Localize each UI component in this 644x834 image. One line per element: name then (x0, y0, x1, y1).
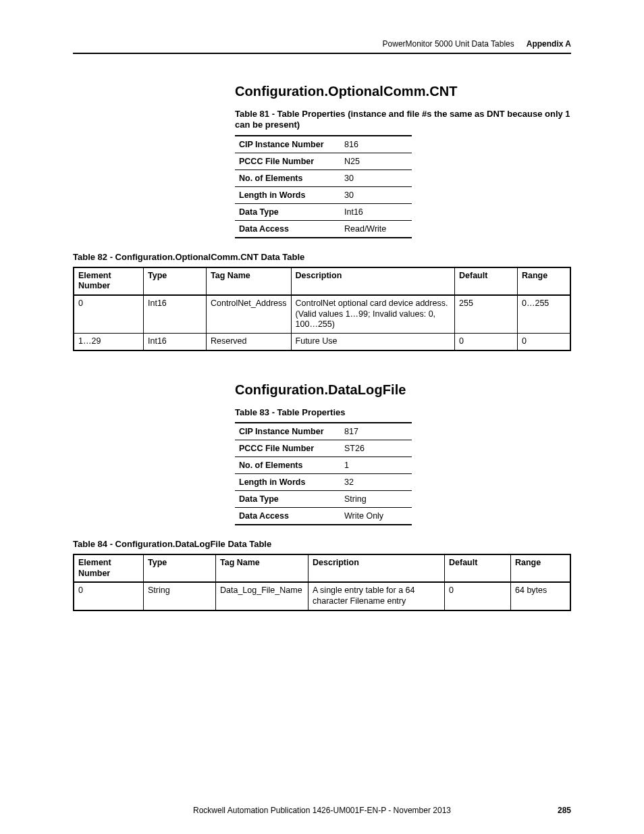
props-label: CIP Instance Number (235, 423, 340, 440)
cell-tag: Reserved (207, 333, 292, 350)
col-type: Type (144, 554, 216, 582)
table-81-caption: Table 81 - Table Properties (instance an… (235, 109, 571, 131)
props-row: Length in Words 32 (235, 473, 412, 490)
cell-type: Int16 (144, 295, 207, 333)
props-label: Data Access (235, 507, 340, 525)
props-row: PCCC File Number ST26 (235, 440, 412, 457)
table-82-caption: Table 82 - Configuration.OptionalComm.CN… (73, 252, 571, 263)
props-value: 32 (340, 473, 412, 490)
props-row: CIP Instance Number 816 (235, 136, 412, 153)
props-value: String (340, 490, 412, 507)
cell-range: 0…255 (518, 295, 571, 333)
props-label: No. of Elements (235, 457, 340, 473)
publication-line: Rockwell Automation Publication 1426-UM0… (0, 806, 644, 815)
cell-range: 64 bytes (511, 582, 571, 610)
running-head-title: PowerMonitor 5000 Unit Data Tables (383, 39, 514, 49)
section-datalogfile: Configuration.DataLogFile Table 83 - Tab… (235, 382, 571, 525)
table-row: 1…29 Int16 Reserved Future Use 0 0 (74, 333, 570, 350)
col-element-number: Element Number (74, 267, 144, 295)
props-label: PCCC File Number (235, 440, 340, 457)
props-value: 816 (340, 136, 412, 153)
col-tag-name: Tag Name (207, 267, 292, 295)
cell-tag: ControlNet_Address (207, 295, 292, 333)
props-value: Read/Write (340, 220, 412, 238)
props-value: Int16 (340, 203, 412, 220)
section-title: Configuration.DataLogFile (235, 382, 571, 398)
col-description: Description (308, 554, 445, 582)
props-value: 1 (340, 457, 412, 473)
col-range: Range (518, 267, 571, 295)
cell-def: 255 (455, 295, 518, 333)
table-82-data: Element Number Type Tag Name Description… (73, 267, 571, 351)
table-row: 0 Int16 ControlNet_Address ControlNet op… (74, 295, 570, 333)
cell-tag: Data_Log_File_Name (216, 582, 308, 610)
running-head: PowerMonitor 5000 Unit Data Tables Appen… (73, 39, 571, 54)
props-row: Data Type Int16 (235, 203, 412, 220)
props-value: ST26 (340, 440, 412, 457)
props-row: No. of Elements 30 (235, 170, 412, 186)
page: PowerMonitor 5000 Unit Data Tables Appen… (0, 0, 644, 834)
props-row: Data Access Read/Write (235, 220, 412, 238)
cell-type: String (144, 582, 216, 610)
col-default: Default (455, 267, 518, 295)
table-84-caption: Table 84 - Configuration.DataLogFile Dat… (73, 539, 571, 550)
cell-desc: A single entry table for a 64 character … (308, 582, 445, 610)
running-head-appendix: Appendix A (527, 39, 571, 49)
props-value: Write Only (340, 507, 412, 525)
col-description: Description (291, 267, 454, 295)
cell-elem: 0 (74, 582, 144, 610)
props-value: N25 (340, 153, 412, 170)
cell-def: 0 (445, 582, 511, 610)
props-label: Data Type (235, 490, 340, 507)
props-row: CIP Instance Number 817 (235, 423, 412, 440)
table-header-row: Element Number Type Tag Name Description… (74, 554, 570, 582)
props-label: No. of Elements (235, 170, 340, 186)
props-label: Length in Words (235, 186, 340, 203)
col-element-number: Element Number (74, 554, 144, 582)
props-row: PCCC File Number N25 (235, 153, 412, 170)
props-value: 30 (340, 186, 412, 203)
props-label: Data Access (235, 220, 340, 238)
table-81-properties: CIP Instance Number 816 PCCC File Number… (235, 135, 412, 238)
props-value: 817 (340, 423, 412, 440)
table-header-row: Element Number Type Tag Name Description… (74, 267, 570, 295)
section-title: Configuration.OptionalComm.CNT (235, 84, 571, 99)
props-value: 30 (340, 170, 412, 186)
cell-type: Int16 (144, 333, 207, 350)
cell-desc: Future Use (291, 333, 454, 350)
col-range: Range (511, 554, 571, 582)
page-number: 285 (558, 806, 571, 815)
props-label: PCCC File Number (235, 153, 340, 170)
props-row: Length in Words 30 (235, 186, 412, 203)
cell-def: 0 (455, 333, 518, 350)
props-row: No. of Elements 1 (235, 457, 412, 473)
table-row: 0 String Data_Log_File_Name A single ent… (74, 582, 570, 610)
table-83-properties: CIP Instance Number 817 PCCC File Number… (235, 422, 412, 525)
col-tag-name: Tag Name (216, 554, 308, 582)
cell-elem: 0 (74, 295, 144, 333)
section-optionalcomm-cnt: Configuration.OptionalComm.CNT Table 81 … (235, 84, 571, 238)
props-label: Data Type (235, 203, 340, 220)
cell-desc: ControlNet optional card device address.… (291, 295, 454, 333)
col-default: Default (445, 554, 511, 582)
cell-range: 0 (518, 333, 571, 350)
col-type: Type (144, 267, 207, 295)
table-83-caption: Table 83 - Table Properties (235, 407, 571, 418)
props-row: Data Type String (235, 490, 412, 507)
props-label: Length in Words (235, 473, 340, 490)
props-label: CIP Instance Number (235, 136, 340, 153)
cell-elem: 1…29 (74, 333, 144, 350)
props-row: Data Access Write Only (235, 507, 412, 525)
table-84-data: Element Number Type Tag Name Description… (73, 554, 571, 611)
